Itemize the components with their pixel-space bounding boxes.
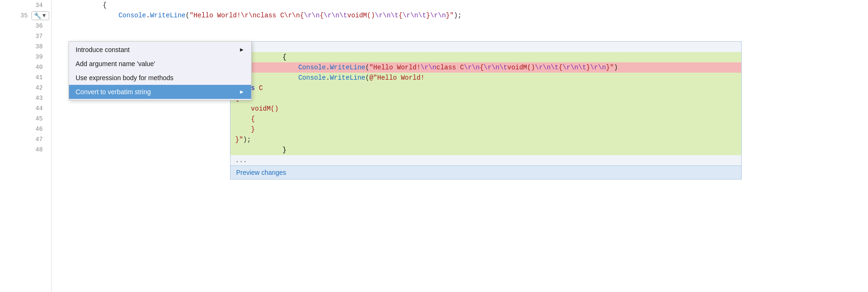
preview-added-line-1: Console.WriteLine(@"Hello World! bbox=[230, 73, 741, 83]
line-row-34: 34 bbox=[0, 0, 51, 10]
preview-close-brace: } bbox=[230, 145, 741, 155]
line-row-45: 45 bbox=[0, 113, 51, 124]
line-row-41: 41 bbox=[0, 72, 51, 82]
preview-added-line-7: }"); bbox=[230, 135, 741, 145]
line-row-39: 39 bbox=[0, 52, 51, 62]
line-num-38: 38 bbox=[0, 43, 47, 50]
code-line-35: Console.WriteLine("Hello World!\r\nclass… bbox=[52, 10, 868, 21]
line-row-46: 46 bbox=[0, 124, 51, 134]
line-row-38: 38 bbox=[0, 41, 51, 52]
line-num-43: 43 bbox=[0, 95, 47, 102]
line-num-48: 48 bbox=[0, 146, 47, 153]
line-num-37: 37 bbox=[0, 33, 47, 40]
introduce-constant-arrow-icon: ► bbox=[239, 46, 245, 53]
preview-added-line-3: { bbox=[230, 93, 741, 104]
preview-popup: ... { Console.WriteLine("Hello World!\r\… bbox=[230, 41, 742, 180]
code-area[interactable]: { Console.WriteLine("Hello World!\r\ncla… bbox=[52, 0, 868, 292]
dropdown-arrow-icon: ▼ bbox=[41, 12, 47, 19]
preview-added-line-6: } bbox=[230, 124, 741, 135]
preview-ellipsis-after: ... bbox=[230, 155, 741, 165]
code-line-34: { bbox=[52, 0, 868, 10]
context-menu[interactable]: Introduce constant ► Add argument name '… bbox=[69, 41, 252, 100]
line-row-37: 37 bbox=[0, 31, 51, 41]
preview-removed-line: Console.WriteLine("Hello World!\r\nclass… bbox=[230, 62, 741, 73]
menu-item-use-expression-body[interactable]: Use expression body for methods bbox=[69, 71, 251, 85]
line-row-42: 42 bbox=[0, 82, 51, 93]
editor-container: 34 35 🔧 ▼ 36 37 38 39 40 41 42 43 44 45 … bbox=[0, 0, 868, 292]
code-text-34: { bbox=[55, 1, 107, 9]
line-num-46: 46 bbox=[0, 126, 47, 133]
menu-item-introduce-constant-label: Introduce constant bbox=[76, 46, 130, 53]
preview-close-brace-text: } bbox=[235, 146, 286, 154]
preview-added-line-5: { bbox=[230, 114, 741, 124]
preview-changes-label: Preview changes bbox=[236, 169, 286, 176]
menu-item-use-expression-label: Use expression body for methods bbox=[76, 74, 174, 82]
line-row-43: 43 bbox=[0, 93, 51, 103]
screwdriver-icon: 🔧 bbox=[34, 12, 41, 19]
menu-item-add-argument[interactable]: Add argument name 'value' bbox=[69, 57, 251, 71]
convert-verbatim-arrow-icon: ► bbox=[239, 89, 245, 95]
line-num-36: 36 bbox=[0, 22, 47, 30]
quick-action-button[interactable]: 🔧 ▼ bbox=[31, 11, 49, 20]
code-text-35-console: Console bbox=[55, 12, 146, 19]
line-row-44: 44 bbox=[0, 103, 51, 113]
line-num-47: 47 bbox=[0, 136, 47, 143]
menu-item-introduce-constant[interactable]: Introduce constant ► bbox=[69, 43, 251, 57]
line-num-45: 45 bbox=[0, 115, 47, 122]
line-num-42: 42 bbox=[0, 84, 47, 91]
menu-item-convert-verbatim[interactable]: Convert to verbatim string ► bbox=[69, 85, 251, 99]
line-num-41: 41 bbox=[0, 74, 47, 81]
line-num-44: 44 bbox=[0, 105, 47, 112]
line-row-47: 47 bbox=[0, 134, 51, 144]
line-num-34: 34 bbox=[0, 2, 47, 9]
line-row-36: 36 bbox=[0, 21, 51, 31]
preview-changes-footer[interactable]: Preview changes bbox=[230, 165, 741, 179]
preview-added-line-2: class C bbox=[230, 83, 741, 93]
line-row-35: 35 🔧 ▼ bbox=[0, 10, 51, 21]
line-num-39: 39 bbox=[0, 53, 47, 60]
menu-item-convert-verbatim-label: Convert to verbatim string bbox=[76, 88, 151, 96]
preview-ellipsis-before: ... bbox=[230, 42, 741, 52]
line-row-48: 48 bbox=[0, 144, 51, 155]
preview-brace-line: { bbox=[230, 52, 741, 62]
line-row-40: 40 bbox=[0, 62, 51, 72]
preview-added-line-4: voidM() bbox=[230, 104, 741, 114]
line-num-40: 40 bbox=[0, 64, 47, 71]
line-num-35: 35 bbox=[21, 12, 30, 19]
menu-item-add-argument-label: Add argument name 'value' bbox=[76, 60, 155, 67]
line-numbers-gutter: 34 35 🔧 ▼ 36 37 38 39 40 41 42 43 44 45 … bbox=[0, 0, 52, 292]
